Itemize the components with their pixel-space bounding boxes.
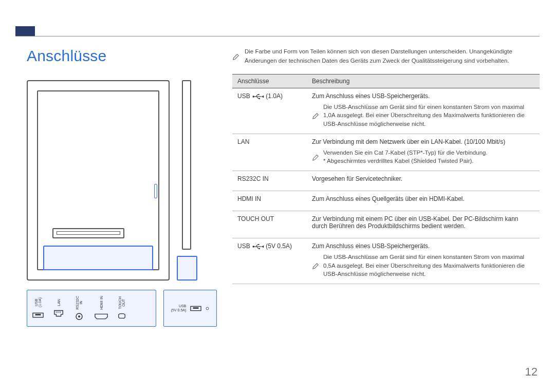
port-note: Die USB-Anschlüsse am Gerät sind für ein… xyxy=(312,103,534,128)
port-desc-text: Zum Anschluss eines Quellgeräts über ein… xyxy=(312,195,534,202)
port-label: TOUCH OUT xyxy=(118,296,125,309)
port-name-cell: HDMI IN xyxy=(232,191,307,211)
port-note-text: Verwenden Sie ein Cat 7-Kabel (STP*-Typ)… xyxy=(323,148,488,165)
port-lan: LAN xyxy=(53,299,64,318)
pencil-icon xyxy=(232,48,239,66)
page-title: Anschlüsse xyxy=(27,47,217,65)
device-diagrams xyxy=(27,80,217,281)
port-rs232c: RS232C IN xyxy=(73,296,85,321)
port-desc-cell: Vorgesehen für Servicetechniker. xyxy=(307,171,540,191)
svg-rect-8 xyxy=(258,94,259,95)
port-desc-text: Vorgesehen für Servicetechniker. xyxy=(312,175,534,182)
port-label: HDMI IN xyxy=(100,296,103,310)
port-desc-cell: Zur Verbindung mit dem Netzwerk über ein… xyxy=(307,134,540,171)
port-name-prefix: USB xyxy=(237,242,252,250)
jack-icon xyxy=(206,307,209,310)
port-box-side: USB (5V 0.5A) xyxy=(163,290,217,327)
port-note: Verwenden Sie ein Cat 7-Kabel (STP*-Typ)… xyxy=(312,148,534,165)
port-desc-cell: Zur Verbindung mit einem PC über ein USB… xyxy=(307,211,540,238)
port-name-cell: TOUCH OUT xyxy=(232,211,307,238)
table-row: RS232C INVorgesehen für Servicetechniker… xyxy=(232,171,540,191)
port-note: Die USB-Anschlüsse am Gerät sind für ein… xyxy=(312,253,534,278)
svg-point-6 xyxy=(206,307,209,310)
usb-symbol-icon xyxy=(252,94,264,99)
table-row: USB (1.0A)Zum Anschluss eines USB-Speich… xyxy=(232,88,540,134)
port-label: LAN xyxy=(57,299,61,306)
table-row: TOUCH OUTZur Verbindung mit einem PC übe… xyxy=(232,211,540,238)
table-header-desc: Beschreibung xyxy=(307,74,540,88)
port-desc-text: Zur Verbindung mit einem PC über ein USB… xyxy=(312,215,534,230)
svg-point-9 xyxy=(259,98,261,99)
page-number: 12 xyxy=(525,365,538,379)
port-desc-cell: Zum Anschluss eines USB-Speichergeräts.D… xyxy=(307,88,540,134)
svg-point-12 xyxy=(259,248,261,249)
top-note-text: Die Farbe und Form von Teilen können sic… xyxy=(245,47,540,66)
table-header-port: Anschlüsse xyxy=(232,74,307,88)
port-label: USB (5V 0.5A) xyxy=(171,304,187,312)
pencil-icon xyxy=(312,104,319,128)
port-note-text: Die USB-Anschlüsse am Gerät sind für ein… xyxy=(323,253,534,278)
svg-point-3 xyxy=(78,315,80,318)
port-note-text: Die USB-Anschlüsse am Gerät sind für ein… xyxy=(323,103,534,128)
table-row: HDMI INZum Anschluss eines Quellgeräts ü… xyxy=(232,191,540,211)
rj45-icon xyxy=(53,309,64,318)
port-desc-cell: Zum Anschluss eines USB-Speichergeräts.D… xyxy=(307,238,540,284)
port-name-cell: RS232C IN xyxy=(232,171,307,191)
port-desc-text: Zum Anschluss eines USB-Speichergeräts. xyxy=(312,92,534,100)
connections-table: Anschlüsse Beschreibung USB (1.0A)Zum An… xyxy=(232,74,540,284)
header-rule xyxy=(15,36,540,36)
table-row: LANZur Verbindung mit dem Netzwerk über … xyxy=(232,134,540,171)
hdmi-icon xyxy=(94,312,108,321)
svg-rect-11 xyxy=(258,244,259,245)
port-name-cell: USB (1.0A) xyxy=(232,88,307,134)
svg-rect-5 xyxy=(193,307,199,309)
port-name-cell: USB (5V 0.5A) xyxy=(232,238,307,284)
microb-icon xyxy=(118,312,126,320)
port-desc-cell: Zum Anschluss eines Quellgeräts über ein… xyxy=(307,191,540,211)
top-note: Die Farbe und Form von Teilen können sic… xyxy=(232,47,540,66)
port-touch: TOUCH OUT xyxy=(118,296,126,321)
port-hdmi: HDMI IN xyxy=(94,296,108,321)
port-label: USB (1.0A) xyxy=(34,297,42,307)
port-strip: USB (1.0A) LAN RS232C IN HDMI IN TOUCH O… xyxy=(27,290,217,327)
port-name-prefix: USB xyxy=(237,92,252,100)
pencil-icon xyxy=(312,150,319,165)
jack-icon xyxy=(73,312,85,321)
port-name-cell: LAN xyxy=(232,134,307,171)
port-label: RS232C IN xyxy=(76,296,83,309)
table-row: USB (5V 0.5A)Zum Anschluss eines USB-Spe… xyxy=(232,238,540,284)
port-name-suffix: (5V 0.5A) xyxy=(264,242,292,250)
device-back-diagram xyxy=(27,80,170,281)
port-desc-text: Zur Verbindung mit dem Netzwerk über ein… xyxy=(312,138,534,145)
usb-icon xyxy=(32,311,44,319)
pencil-icon xyxy=(312,254,319,278)
section-tab xyxy=(15,26,35,36)
svg-rect-1 xyxy=(35,314,41,315)
device-side-diagram xyxy=(175,80,208,281)
port-box-main: USB (1.0A) LAN RS232C IN HDMI IN TOUCH O… xyxy=(27,290,156,327)
port-usb-1a: USB (1.0A) xyxy=(32,297,44,319)
port-name-suffix: (1.0A) xyxy=(264,92,283,100)
port-desc-text: Zum Anschluss eines USB-Speichergeräts. xyxy=(312,242,534,250)
usb-symbol-icon xyxy=(252,244,264,249)
usb-icon xyxy=(190,304,201,312)
